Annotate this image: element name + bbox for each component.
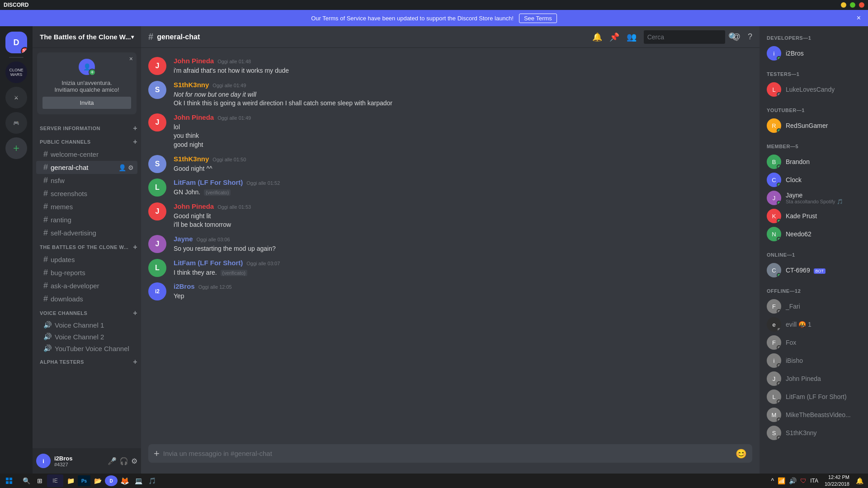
member-item-mike[interactable]: M MikeTheBeastsVideo... <box>763 406 864 424</box>
member-item-evill[interactable]: e evill 🤬 1 <box>763 315 864 333</box>
avatar: S <box>148 81 166 99</box>
taskbar-app-music[interactable]: 🎵 <box>146 474 158 487</box>
member-item-clock[interactable]: C Clock <box>763 171 864 189</box>
section-label: THE BATTLES OF THE CLONE W... <box>40 244 128 250</box>
status-indicator <box>777 92 781 97</box>
help-icon[interactable]: ? <box>748 32 752 42</box>
server-header[interactable]: The Battles of the Clone W... ▾ <box>33 26 141 48</box>
server-icon-discord[interactable]: D 31 <box>5 32 27 53</box>
channel-item-ranting[interactable]: # ranting <box>36 213 137 226</box>
taskbar-app-1[interactable]: IE <box>47 474 63 487</box>
tray-arrow-icon[interactable]: ^ <box>770 477 775 484</box>
popup-close-button[interactable]: × <box>129 55 133 62</box>
message-time: Oggi alle 01:48 <box>217 59 251 64</box>
taskbar-app-discord[interactable]: D <box>105 475 118 486</box>
member-item-ibisho[interactable]: i iBisho <box>763 352 864 370</box>
member-item-i2bros[interactable]: i i2Bros <box>763 44 864 62</box>
section-header-public-channels[interactable]: PUBLIC CHANNELS + <box>33 136 141 148</box>
channel-item-general-chat[interactable]: # general-chat 👤 ⚙ <box>36 161 137 174</box>
channel-item-voice-1[interactable]: 🔊 Voice Channel 1 <box>36 319 137 331</box>
channel-item-self-advertising[interactable]: # self-advertising <box>36 226 137 239</box>
at-icon[interactable]: @ <box>732 32 741 42</box>
server-icon-2[interactable]: ⚔ <box>5 87 27 108</box>
channel-item-voice-2[interactable]: 🔊 Voice Channel 2 <box>36 331 137 343</box>
channel-item-welcome-center[interactable]: # welcome-center <box>36 148 137 161</box>
section-header-voice[interactable]: VOICE CHANNELS + <box>33 307 141 319</box>
taskbar-app-files[interactable]: 📂 <box>91 474 104 487</box>
add-channel-button[interactable]: + <box>133 124 137 132</box>
channel-item-updates[interactable]: # updates <box>36 253 137 266</box>
task-view-button[interactable]: ⊞ <box>33 474 46 487</box>
mute-button[interactable]: 🎤 <box>108 457 117 465</box>
channel-name: self-advertising <box>51 229 96 237</box>
member-name: Jayne <box>786 192 861 199</box>
server-icon-3[interactable]: 🎮 <box>5 112 27 134</box>
hash-icon: # <box>43 163 48 172</box>
member-item-fari[interactable]: F _Fari <box>763 297 864 315</box>
member-info: iBisho <box>786 357 861 364</box>
channel-item-ask-a-developer[interactable]: # ask-a-developer <box>36 279 137 292</box>
member-item-jayne[interactable]: J Jayne Sta ascoltando Spotify 🎵 <box>763 189 864 207</box>
channel-item-bug-reports[interactable]: # bug-reports <box>36 266 137 279</box>
add-server-button[interactable]: + <box>5 137 27 159</box>
user-tag: #4327 <box>54 462 104 467</box>
member-item-lukelovescandy[interactable]: L LukeLovesCandy <box>763 80 864 99</box>
maximize-button[interactable]: □ <box>850 2 855 8</box>
member-item-litfam[interactable]: L LitFam (LF For Short) <box>763 388 864 406</box>
add-channel-button[interactable]: + <box>133 358 137 366</box>
member-activity: Sta ascoltando Spotify 🎵 <box>786 199 861 205</box>
add-attachment-button[interactable]: + <box>154 448 160 460</box>
deafen-button[interactable]: 🎧 <box>119 457 128 465</box>
notifications-tray-icon[interactable]: 🔔 <box>855 477 864 484</box>
banner-close-button[interactable]: × <box>857 14 861 22</box>
member-item-s1thk3nny[interactable]: S S1thK3nny <box>763 424 864 442</box>
minimize-button[interactable]: − <box>841 2 846 8</box>
settings-button[interactable]: ⚙ <box>131 457 137 465</box>
server-icon-clonewars[interactable]: CLONE WARS <box>5 61 27 83</box>
members-icon[interactable]: 👥 <box>627 32 637 42</box>
bell-icon[interactable]: 🔔 <box>592 32 602 42</box>
title-bar: DISCORD − □ × <box>0 0 868 10</box>
add-channel-button[interactable]: + <box>133 138 137 146</box>
hash-icon: # <box>43 268 48 277</box>
channel-item-screenshots[interactable]: # screenshots <box>36 187 137 200</box>
tray-antivirus-icon[interactable]: 🛡 <box>799 477 807 484</box>
search-taskbar-button[interactable]: 🔍 <box>20 474 33 487</box>
emoji-button[interactable]: 😊 <box>736 448 747 459</box>
channel-item-downloads[interactable]: # downloads <box>36 292 137 305</box>
taskbar-app-photoshop[interactable]: Ps <box>78 475 90 486</box>
channel-item-nsfw[interactable]: # nsfw <box>36 174 137 187</box>
add-channel-button[interactable]: + <box>133 243 137 251</box>
taskbar-app-firefox[interactable]: 🦊 <box>118 474 131 487</box>
add-channel-button[interactable]: + <box>133 309 137 317</box>
close-button[interactable]: × <box>859 2 864 8</box>
section-header-battles[interactable]: THE BATTLES OF THE CLONE W... + <box>33 241 141 253</box>
settings-icon[interactable]: ⚙ <box>128 164 134 171</box>
member-item-fox[interactable]: F Fox <box>763 333 864 352</box>
message-text: Not for now but one day it will <box>174 90 752 99</box>
tray-wifi-icon[interactable]: 📶 <box>777 477 786 484</box>
clock[interactable]: 12:42 PM 10/22/2018 <box>821 474 853 488</box>
section-header-server-information[interactable]: SERVER INFORMATION + <box>33 122 141 134</box>
search-input[interactable] <box>647 33 726 41</box>
pin-icon[interactable]: 📌 <box>609 32 619 42</box>
message-input[interactable] <box>163 444 736 463</box>
member-item-kade-prust[interactable]: K Kade Prust <box>763 207 864 225</box>
section-header-alpha[interactable]: ALPHA TESTERS + <box>33 356 141 368</box>
member-item-brandon[interactable]: B Brandon <box>763 153 864 171</box>
taskbar-app-2[interactable]: 📁 <box>64 474 77 487</box>
channel-item-youtuber-voice[interactable]: 🔊 YouTuber Voice Channel <box>36 343 137 354</box>
see-terms-button[interactable]: See Terms <box>519 14 557 23</box>
member-item-needo62[interactable]: N Needo62 <box>763 225 864 243</box>
notification-banner: Our Terms of Service have been updated t… <box>0 10 868 26</box>
avatar: L <box>767 82 781 97</box>
add-member-icon[interactable]: 👤 <box>118 164 126 171</box>
invite-button[interactable]: Invita <box>42 97 131 109</box>
tray-sound-icon[interactable]: 🔊 <box>788 477 797 484</box>
member-item-john-pineda[interactable]: J John Pineda <box>763 370 864 388</box>
start-button[interactable] <box>0 474 18 488</box>
taskbar-app-terminal[interactable]: 💻 <box>132 474 145 487</box>
member-item-ct6969[interactable]: C CT-6969 BOT <box>763 261 864 279</box>
member-item-redsungamer[interactable]: R RedSunGamer <box>763 117 864 135</box>
channel-item-memes[interactable]: # memes <box>36 200 137 213</box>
